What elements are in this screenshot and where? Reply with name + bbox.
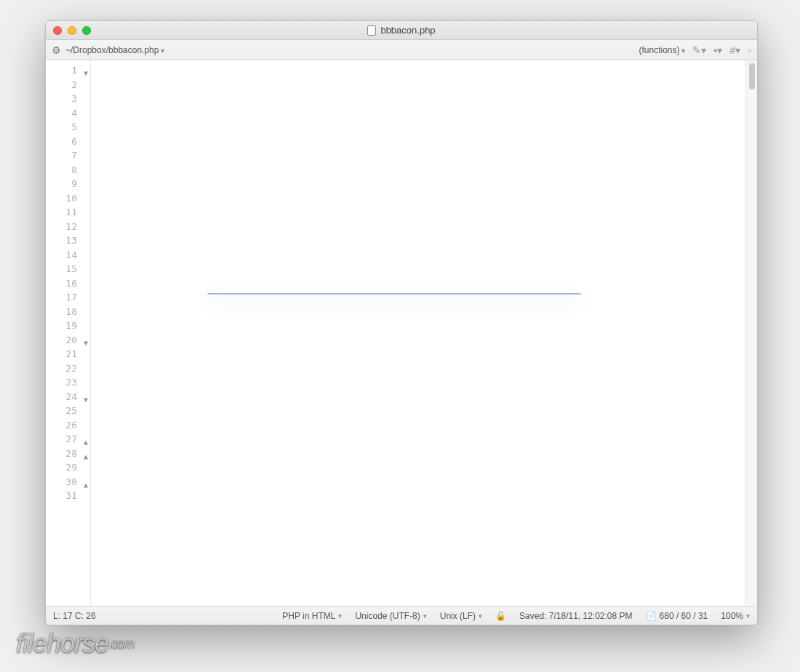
line-number[interactable]: 8: [46, 163, 90, 177]
line-number[interactable]: 4: [46, 106, 90, 121]
autocomplete-popup[interactable]: [207, 293, 581, 295]
line-number[interactable]: 28▲: [46, 447, 90, 461]
watermark: filehorse.com: [16, 628, 134, 659]
line-number[interactable]: 10: [46, 191, 90, 206]
saved-status: Saved: 7/18/11, 12:02:08 PM: [519, 611, 632, 621]
watermark-main: filehorse: [16, 628, 108, 658]
encoding-popup[interactable]: Unicode (UTF-8): [355, 611, 426, 621]
line-number[interactable]: 16: [46, 276, 90, 291]
title-text: bbbacon.php: [380, 25, 435, 36]
document-proxy-icon[interactable]: ▫: [748, 44, 751, 56]
navigation-bar: ⚙ ~/Dropbox/bbbacon.php (functions) ✎▾ ▪…: [46, 40, 757, 60]
line-number[interactable]: 2: [46, 78, 90, 92]
editor-window: bbbacon.php ⚙ ~/Dropbox/bbbacon.php (fun…: [45, 20, 758, 625]
path-popup[interactable]: ~/Dropbox/bbbacon.php: [65, 45, 164, 55]
line-number[interactable]: 26: [46, 418, 90, 433]
line-number[interactable]: 18: [46, 305, 90, 319]
minimize-icon[interactable]: [68, 26, 76, 35]
includes-icon[interactable]: #▾: [729, 44, 740, 56]
line-number[interactable]: 12: [46, 220, 90, 234]
line-number[interactable]: 6: [46, 135, 90, 149]
gear-icon[interactable]: ⚙: [52, 44, 61, 56]
cursor-position: L: 17 C: 26: [53, 611, 96, 621]
status-bar: L: 17 C: 26 PHP in HTML Unicode (UTF-8) …: [46, 606, 757, 625]
editor: 1▼234567891011121314151617181920▼2122232…: [46, 60, 757, 606]
stats-text: 680 / 60 / 31: [660, 611, 708, 621]
lock-icon[interactable]: 🔓: [495, 611, 506, 621]
title: bbbacon.php: [46, 25, 757, 36]
line-number[interactable]: 30▲: [46, 475, 90, 489]
line-number[interactable]: 11: [46, 205, 90, 220]
line-number[interactable]: 3: [46, 92, 90, 106]
window-controls: [53, 26, 91, 35]
line-number[interactable]: 31: [46, 489, 90, 503]
document-stats: 📄 680 / 60 / 31: [646, 611, 708, 621]
line-number[interactable]: 29: [46, 460, 90, 475]
lineendings-popup[interactable]: Unix (LF): [440, 611, 482, 621]
marker-icon[interactable]: ✎▾: [692, 44, 706, 56]
line-number[interactable]: 9: [46, 177, 90, 191]
document-icon: [367, 25, 376, 36]
titlebar[interactable]: bbbacon.php: [46, 21, 757, 40]
gutter[interactable]: 1▼234567891011121314151617181920▼2122232…: [46, 60, 91, 606]
line-number[interactable]: 22: [46, 361, 90, 376]
line-number[interactable]: 7: [46, 148, 90, 163]
line-number[interactable]: 21: [46, 347, 90, 361]
line-number[interactable]: 14: [46, 248, 90, 263]
line-number[interactable]: 24▼: [46, 390, 90, 404]
counterpart-icon[interactable]: ▪▾: [713, 44, 722, 56]
code-area[interactable]: [91, 60, 745, 606]
line-number[interactable]: 20▼: [46, 333, 90, 348]
language-popup[interactable]: PHP in HTML: [282, 611, 342, 621]
scrollbar[interactable]: [745, 60, 757, 606]
line-number[interactable]: 15: [46, 262, 90, 276]
close-icon[interactable]: [53, 26, 62, 35]
watermark-ext: .com: [108, 636, 134, 651]
line-number[interactable]: 19: [46, 319, 90, 333]
line-number[interactable]: 25: [46, 404, 90, 418]
line-number[interactable]: 23: [46, 375, 90, 390]
line-number[interactable]: 13: [46, 233, 90, 248]
zoom-popup[interactable]: 100%: [721, 611, 750, 621]
scrollbar-thumb[interactable]: [749, 63, 755, 89]
line-number[interactable]: 1▼: [46, 63, 90, 78]
line-number[interactable]: 27▲: [46, 432, 90, 447]
zoom-icon[interactable]: [82, 26, 91, 35]
functions-popup[interactable]: (functions): [639, 45, 685, 55]
line-number[interactable]: 17: [46, 290, 90, 305]
line-number[interactable]: 5: [46, 120, 90, 135]
